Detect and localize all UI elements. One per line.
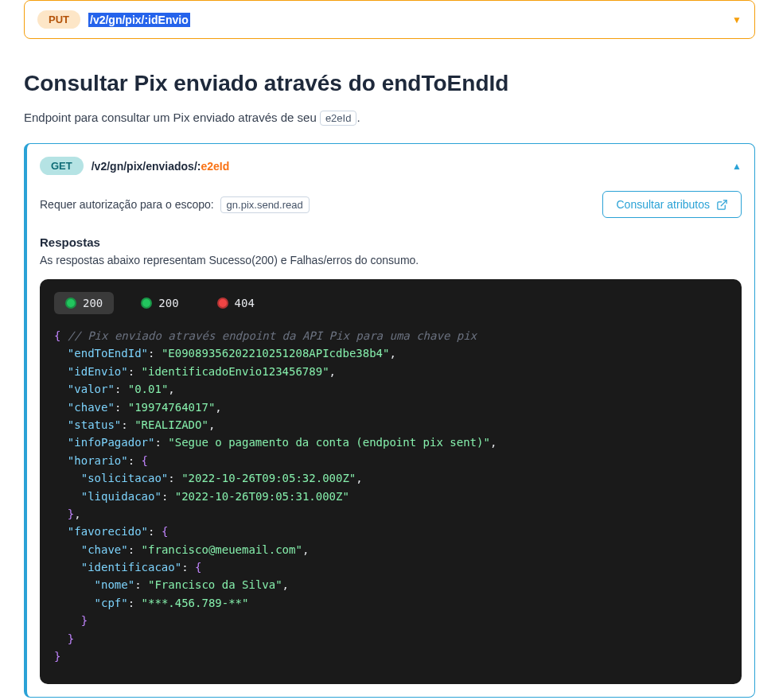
chevron-down-icon: ▼ [732, 14, 742, 25]
put-endpoint-card[interactable]: PUT /v2/gn/pix/:idEnvio ▼ [24, 0, 755, 39]
tab-200-a[interactable]: 200 [54, 292, 114, 314]
tab-404[interactable]: 404 [206, 292, 266, 314]
json-response: { // Pix enviado através endpoint da API… [40, 327, 742, 684]
section-title: Consultar Pix enviado através do endToEn… [24, 71, 755, 96]
code-block: 200 200 404 { // Pix enviado através end… [40, 279, 742, 684]
responses-description: As respostas abaixo representam Sucesso(… [40, 254, 742, 266]
method-badge-get: GET [40, 157, 84, 175]
tab-200-b[interactable]: 200 [130, 292, 189, 314]
get-header[interactable]: GET /v2/gn/pix/enviados/:e2eId ▲ [40, 157, 742, 175]
endpoint-left: PUT /v2/gn/pix/:idEnvio [37, 10, 190, 29]
section-description: Endpoint para consultar um Pix enviado a… [24, 111, 755, 124]
scope-badge: gn.pix.send.read [220, 196, 310, 213]
responses-title: Respostas [40, 235, 742, 249]
status-dot-green-icon [65, 298, 76, 309]
scope-row: Requer autorização para o escopo: gn.pix… [40, 191, 742, 218]
put-path: /v2/gn/pix/:idEnvio [88, 14, 190, 26]
consultar-atributos-button[interactable]: Consultar atributos [602, 191, 742, 218]
scope-label: Requer autorização para o escopo: [40, 198, 214, 211]
inline-code-e2eid: e2eId [320, 111, 357, 126]
status-dot-green-icon [141, 298, 152, 309]
method-badge-put: PUT [37, 10, 80, 29]
chevron-up-icon: ▲ [732, 161, 742, 172]
response-tabs: 200 200 404 [40, 279, 742, 327]
svg-line-0 [721, 200, 726, 205]
get-endpoint-card: GET /v2/gn/pix/enviados/:e2eId ▲ Requer … [24, 143, 755, 698]
external-link-icon [716, 199, 728, 211]
get-path: /v2/gn/pix/enviados/:e2eId [92, 160, 230, 173]
status-dot-red-icon [217, 298, 228, 309]
